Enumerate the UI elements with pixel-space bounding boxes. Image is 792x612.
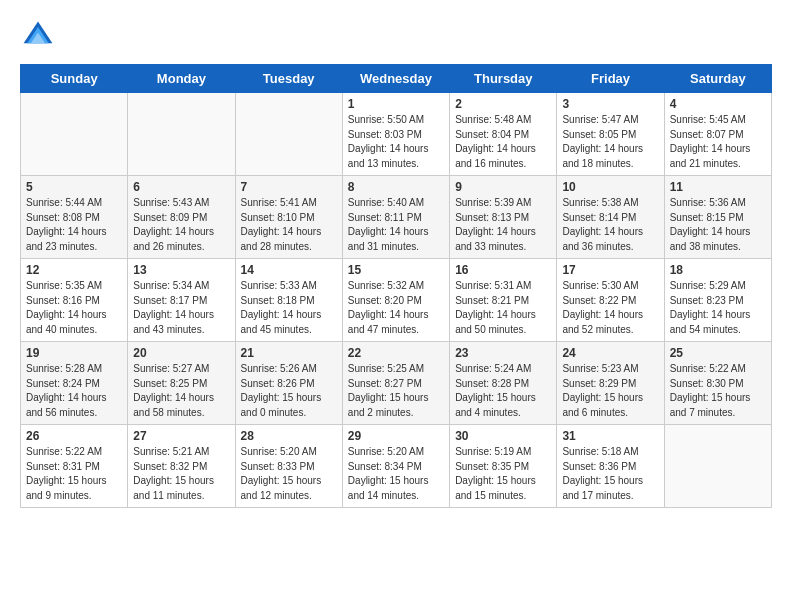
day-number: 27 (133, 429, 229, 443)
day-info: Sunrise: 5:28 AM Sunset: 8:24 PM Dayligh… (26, 362, 122, 420)
day-info: Sunrise: 5:18 AM Sunset: 8:36 PM Dayligh… (562, 445, 658, 503)
day-of-week-header: Monday (128, 65, 235, 93)
day-info: Sunrise: 5:45 AM Sunset: 8:07 PM Dayligh… (670, 113, 766, 171)
day-number: 31 (562, 429, 658, 443)
calendar-cell: 18Sunrise: 5:29 AM Sunset: 8:23 PM Dayli… (664, 259, 771, 342)
day-number: 5 (26, 180, 122, 194)
day-info: Sunrise: 5:47 AM Sunset: 8:05 PM Dayligh… (562, 113, 658, 171)
day-info: Sunrise: 5:30 AM Sunset: 8:22 PM Dayligh… (562, 279, 658, 337)
calendar-cell: 9Sunrise: 5:39 AM Sunset: 8:13 PM Daylig… (450, 176, 557, 259)
day-info: Sunrise: 5:27 AM Sunset: 8:25 PM Dayligh… (133, 362, 229, 420)
day-number: 1 (348, 97, 444, 111)
calendar-week-row: 5Sunrise: 5:44 AM Sunset: 8:08 PM Daylig… (21, 176, 772, 259)
calendar-week-row: 19Sunrise: 5:28 AM Sunset: 8:24 PM Dayli… (21, 342, 772, 425)
header (20, 18, 772, 54)
calendar-cell: 21Sunrise: 5:26 AM Sunset: 8:26 PM Dayli… (235, 342, 342, 425)
calendar-cell: 10Sunrise: 5:38 AM Sunset: 8:14 PM Dayli… (557, 176, 664, 259)
calendar-cell (21, 93, 128, 176)
day-number: 7 (241, 180, 337, 194)
day-number: 20 (133, 346, 229, 360)
day-info: Sunrise: 5:25 AM Sunset: 8:27 PM Dayligh… (348, 362, 444, 420)
calendar-cell: 28Sunrise: 5:20 AM Sunset: 8:33 PM Dayli… (235, 425, 342, 508)
day-number: 14 (241, 263, 337, 277)
calendar-cell: 17Sunrise: 5:30 AM Sunset: 8:22 PM Dayli… (557, 259, 664, 342)
day-number: 13 (133, 263, 229, 277)
day-info: Sunrise: 5:40 AM Sunset: 8:11 PM Dayligh… (348, 196, 444, 254)
calendar-cell: 11Sunrise: 5:36 AM Sunset: 8:15 PM Dayli… (664, 176, 771, 259)
calendar-cell: 26Sunrise: 5:22 AM Sunset: 8:31 PM Dayli… (21, 425, 128, 508)
day-info: Sunrise: 5:32 AM Sunset: 8:20 PM Dayligh… (348, 279, 444, 337)
calendar-cell: 24Sunrise: 5:23 AM Sunset: 8:29 PM Dayli… (557, 342, 664, 425)
day-info: Sunrise: 5:20 AM Sunset: 8:33 PM Dayligh… (241, 445, 337, 503)
calendar-cell: 27Sunrise: 5:21 AM Sunset: 8:32 PM Dayli… (128, 425, 235, 508)
calendar-cell: 2Sunrise: 5:48 AM Sunset: 8:04 PM Daylig… (450, 93, 557, 176)
page: SundayMondayTuesdayWednesdayThursdayFrid… (0, 0, 792, 612)
day-number: 11 (670, 180, 766, 194)
calendar-header-row: SundayMondayTuesdayWednesdayThursdayFrid… (21, 65, 772, 93)
calendar-cell: 13Sunrise: 5:34 AM Sunset: 8:17 PM Dayli… (128, 259, 235, 342)
calendar-week-row: 1Sunrise: 5:50 AM Sunset: 8:03 PM Daylig… (21, 93, 772, 176)
day-info: Sunrise: 5:48 AM Sunset: 8:04 PM Dayligh… (455, 113, 551, 171)
day-number: 15 (348, 263, 444, 277)
logo (20, 18, 62, 54)
day-of-week-header: Saturday (664, 65, 771, 93)
day-info: Sunrise: 5:41 AM Sunset: 8:10 PM Dayligh… (241, 196, 337, 254)
day-info: Sunrise: 5:20 AM Sunset: 8:34 PM Dayligh… (348, 445, 444, 503)
calendar-cell: 3Sunrise: 5:47 AM Sunset: 8:05 PM Daylig… (557, 93, 664, 176)
day-number: 2 (455, 97, 551, 111)
day-info: Sunrise: 5:21 AM Sunset: 8:32 PM Dayligh… (133, 445, 229, 503)
calendar: SundayMondayTuesdayWednesdayThursdayFrid… (20, 64, 772, 508)
day-info: Sunrise: 5:24 AM Sunset: 8:28 PM Dayligh… (455, 362, 551, 420)
calendar-cell: 15Sunrise: 5:32 AM Sunset: 8:20 PM Dayli… (342, 259, 449, 342)
calendar-cell: 8Sunrise: 5:40 AM Sunset: 8:11 PM Daylig… (342, 176, 449, 259)
calendar-cell: 6Sunrise: 5:43 AM Sunset: 8:09 PM Daylig… (128, 176, 235, 259)
calendar-cell: 22Sunrise: 5:25 AM Sunset: 8:27 PM Dayli… (342, 342, 449, 425)
day-of-week-header: Thursday (450, 65, 557, 93)
day-of-week-header: Tuesday (235, 65, 342, 93)
calendar-cell: 7Sunrise: 5:41 AM Sunset: 8:10 PM Daylig… (235, 176, 342, 259)
day-number: 6 (133, 180, 229, 194)
day-info: Sunrise: 5:43 AM Sunset: 8:09 PM Dayligh… (133, 196, 229, 254)
calendar-cell: 25Sunrise: 5:22 AM Sunset: 8:30 PM Dayli… (664, 342, 771, 425)
calendar-cell: 1Sunrise: 5:50 AM Sunset: 8:03 PM Daylig… (342, 93, 449, 176)
day-info: Sunrise: 5:22 AM Sunset: 8:30 PM Dayligh… (670, 362, 766, 420)
day-number: 21 (241, 346, 337, 360)
day-number: 19 (26, 346, 122, 360)
day-info: Sunrise: 5:35 AM Sunset: 8:16 PM Dayligh… (26, 279, 122, 337)
day-info: Sunrise: 5:26 AM Sunset: 8:26 PM Dayligh… (241, 362, 337, 420)
day-number: 3 (562, 97, 658, 111)
calendar-cell: 30Sunrise: 5:19 AM Sunset: 8:35 PM Dayli… (450, 425, 557, 508)
day-number: 25 (670, 346, 766, 360)
calendar-cell: 5Sunrise: 5:44 AM Sunset: 8:08 PM Daylig… (21, 176, 128, 259)
calendar-cell: 20Sunrise: 5:27 AM Sunset: 8:25 PM Dayli… (128, 342, 235, 425)
day-number: 28 (241, 429, 337, 443)
day-info: Sunrise: 5:39 AM Sunset: 8:13 PM Dayligh… (455, 196, 551, 254)
calendar-cell (664, 425, 771, 508)
calendar-cell: 31Sunrise: 5:18 AM Sunset: 8:36 PM Dayli… (557, 425, 664, 508)
day-info: Sunrise: 5:50 AM Sunset: 8:03 PM Dayligh… (348, 113, 444, 171)
calendar-cell: 12Sunrise: 5:35 AM Sunset: 8:16 PM Dayli… (21, 259, 128, 342)
day-info: Sunrise: 5:36 AM Sunset: 8:15 PM Dayligh… (670, 196, 766, 254)
calendar-cell: 4Sunrise: 5:45 AM Sunset: 8:07 PM Daylig… (664, 93, 771, 176)
day-number: 16 (455, 263, 551, 277)
day-of-week-header: Friday (557, 65, 664, 93)
day-number: 26 (26, 429, 122, 443)
day-info: Sunrise: 5:38 AM Sunset: 8:14 PM Dayligh… (562, 196, 658, 254)
day-of-week-header: Sunday (21, 65, 128, 93)
day-info: Sunrise: 5:44 AM Sunset: 8:08 PM Dayligh… (26, 196, 122, 254)
calendar-week-row: 26Sunrise: 5:22 AM Sunset: 8:31 PM Dayli… (21, 425, 772, 508)
calendar-cell: 14Sunrise: 5:33 AM Sunset: 8:18 PM Dayli… (235, 259, 342, 342)
day-info: Sunrise: 5:29 AM Sunset: 8:23 PM Dayligh… (670, 279, 766, 337)
day-number: 10 (562, 180, 658, 194)
calendar-cell: 16Sunrise: 5:31 AM Sunset: 8:21 PM Dayli… (450, 259, 557, 342)
calendar-cell (128, 93, 235, 176)
day-info: Sunrise: 5:31 AM Sunset: 8:21 PM Dayligh… (455, 279, 551, 337)
day-number: 18 (670, 263, 766, 277)
calendar-cell (235, 93, 342, 176)
day-info: Sunrise: 5:34 AM Sunset: 8:17 PM Dayligh… (133, 279, 229, 337)
calendar-cell: 29Sunrise: 5:20 AM Sunset: 8:34 PM Dayli… (342, 425, 449, 508)
day-number: 4 (670, 97, 766, 111)
day-number: 23 (455, 346, 551, 360)
day-info: Sunrise: 5:19 AM Sunset: 8:35 PM Dayligh… (455, 445, 551, 503)
day-info: Sunrise: 5:23 AM Sunset: 8:29 PM Dayligh… (562, 362, 658, 420)
